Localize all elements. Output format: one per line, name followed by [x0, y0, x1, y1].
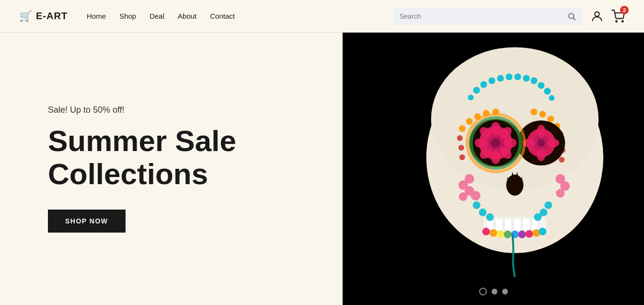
skull-artwork	[343, 33, 644, 305]
search-icon	[567, 12, 576, 21]
svg-point-86	[525, 230, 533, 238]
svg-line-1	[573, 18, 575, 20]
logo[interactable]: 🛒 E-ART	[19, 10, 68, 23]
svg-point-30	[457, 135, 463, 141]
svg-point-43	[503, 138, 517, 148]
svg-point-15	[530, 77, 537, 84]
user-icon	[590, 10, 604, 23]
svg-point-68	[486, 213, 494, 221]
svg-point-7	[431, 47, 598, 191]
svg-rect-61	[495, 218, 503, 231]
svg-point-27	[547, 116, 554, 122]
svg-point-16	[538, 82, 544, 89]
svg-point-12	[506, 73, 512, 80]
svg-point-10	[489, 77, 495, 84]
svg-point-14	[523, 75, 529, 82]
svg-point-41	[491, 151, 501, 164]
nav-item-about[interactable]: About	[178, 12, 196, 20]
svg-rect-62	[504, 218, 512, 231]
svg-point-66	[473, 201, 481, 209]
svg-rect-64	[522, 218, 530, 231]
svg-point-2	[595, 12, 599, 16]
svg-point-71	[534, 213, 541, 221]
svg-point-21	[466, 118, 473, 125]
nav-item-contact[interactable]: Contact	[210, 12, 235, 20]
svg-point-4	[622, 21, 623, 22]
hero-title-line1: Summer Sale	[48, 124, 236, 157]
carousel-dot-2[interactable]	[502, 289, 508, 294]
carousel-dot-0[interactable]	[479, 288, 487, 295]
logo-text: E-ART	[36, 11, 68, 22]
svg-point-69	[544, 201, 552, 209]
search-bar	[393, 8, 583, 24]
search-input[interactable]	[400, 12, 567, 20]
svg-point-83	[504, 231, 511, 238]
nav-item-deal[interactable]: Deal	[150, 12, 164, 20]
svg-point-32	[460, 154, 465, 160]
svg-point-88	[539, 228, 546, 235]
svg-point-58	[506, 175, 523, 196]
header: 🛒 E-ART Home Shop Deal About Contact	[0, 0, 644, 33]
svg-point-17	[544, 88, 551, 94]
svg-point-31	[459, 145, 464, 151]
svg-point-3	[616, 21, 617, 22]
search-button[interactable]	[567, 12, 576, 21]
svg-point-20	[459, 125, 466, 132]
svg-point-9	[481, 81, 487, 88]
cart-button[interactable]: 2	[611, 10, 625, 23]
svg-point-81	[490, 229, 497, 237]
hero-title: Summer Sale Collections	[48, 125, 304, 190]
nav-item-shop[interactable]: Shop	[119, 12, 136, 20]
svg-point-19	[468, 94, 474, 100]
svg-point-52	[537, 125, 545, 137]
svg-point-53	[537, 149, 545, 161]
svg-point-39	[491, 138, 501, 148]
hero-image	[343, 33, 644, 305]
svg-point-11	[497, 75, 504, 82]
svg-point-82	[496, 230, 504, 238]
carousel-dot-1[interactable]	[492, 289, 497, 294]
svg-point-40	[491, 122, 501, 135]
hero-content: Sale! Up to 50% off! Summer Sale Collect…	[0, 33, 343, 305]
cart-logo-icon: 🛒	[19, 10, 32, 23]
svg-point-75	[471, 191, 481, 200]
svg-point-85	[518, 231, 526, 238]
svg-rect-63	[513, 218, 521, 231]
svg-point-18	[549, 95, 554, 101]
cart-badge: 2	[620, 6, 629, 14]
hero-title-line2: Collections	[48, 157, 208, 190]
svg-point-8	[473, 87, 480, 94]
svg-point-79	[556, 189, 564, 198]
svg-point-42	[475, 138, 488, 148]
svg-point-67	[479, 209, 487, 216]
account-button[interactable]	[590, 10, 604, 23]
main-nav: Home Shop Deal About Contact	[87, 12, 393, 20]
svg-point-13	[514, 73, 521, 80]
svg-point-26	[539, 111, 546, 117]
header-actions: 2	[393, 8, 625, 24]
svg-point-55	[547, 139, 559, 147]
nav-item-home[interactable]: Home	[87, 12, 106, 20]
carousel-dots	[479, 288, 508, 295]
svg-point-35	[559, 157, 564, 163]
shop-now-button[interactable]: SHOP NOW	[48, 210, 126, 233]
svg-point-80	[483, 228, 490, 235]
svg-point-76	[459, 192, 468, 201]
hero-sale-text: Sale! Up to 50% off!	[48, 105, 304, 115]
hero-section: Sale! Up to 50% off! Summer Sale Collect…	[0, 33, 644, 305]
svg-point-25	[530, 108, 537, 115]
svg-point-51	[537, 139, 545, 147]
